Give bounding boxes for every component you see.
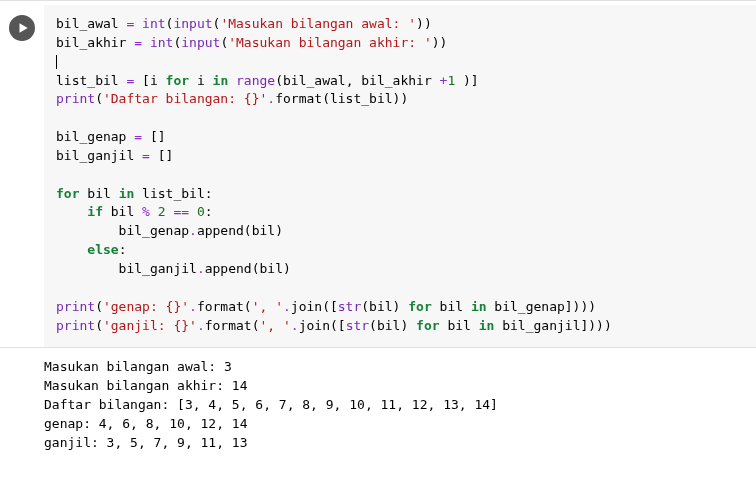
output-line: Masukan bilangan akhir: 14: [44, 377, 744, 396]
play-icon: [16, 21, 30, 35]
svg-marker-0: [20, 23, 28, 32]
run-button[interactable]: [9, 15, 35, 41]
code-line[interactable]: [56, 53, 744, 72]
output-line: genap: 4, 6, 8, 10, 12, 14: [44, 415, 744, 434]
code-line[interactable]: bil_ganjil = []: [56, 147, 744, 166]
cell-gutter: [0, 5, 44, 347]
code-line[interactable]: [56, 109, 744, 128]
code-editor[interactable]: bil_awal = int(input('Masukan bilangan a…: [44, 5, 756, 347]
code-line[interactable]: [56, 279, 744, 298]
output-line: Masukan bilangan awal: 3: [44, 358, 744, 377]
code-line[interactable]: bil_genap.append(bil): [56, 222, 744, 241]
code-line[interactable]: list_bil = [i for i in range(bil_awal, b…: [56, 72, 744, 91]
cell-output: Masukan bilangan awal: 3Masukan bilangan…: [0, 348, 756, 466]
code-line[interactable]: for bil in list_bil:: [56, 185, 744, 204]
code-line[interactable]: bil_genap = []: [56, 128, 744, 147]
code-line[interactable]: bil_akhir = int(input('Masukan bilangan …: [56, 34, 744, 53]
code-line[interactable]: else:: [56, 241, 744, 260]
code-line[interactable]: [56, 166, 744, 185]
code-line[interactable]: print('ganjil: {}'.format(', '.join([str…: [56, 317, 744, 336]
code-line[interactable]: print('genap: {}'.format(', '.join([str(…: [56, 298, 744, 317]
output-line: ganjil: 3, 5, 7, 9, 11, 13: [44, 434, 744, 453]
code-line[interactable]: if bil % 2 == 0:: [56, 203, 744, 222]
code-line[interactable]: print('Daftar bilangan: {}'.format(list_…: [56, 90, 744, 109]
output-line: Daftar bilangan: [3, 4, 5, 6, 7, 8, 9, 1…: [44, 396, 744, 415]
code-cell: bil_awal = int(input('Masukan bilangan a…: [0, 0, 756, 348]
code-line[interactable]: bil_awal = int(input('Masukan bilangan a…: [56, 15, 744, 34]
code-line[interactable]: bil_ganjil.append(bil): [56, 260, 744, 279]
